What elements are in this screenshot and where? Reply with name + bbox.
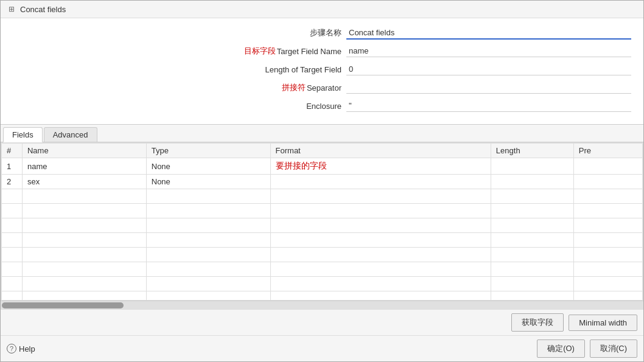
cell-format: 要拼接的字段 xyxy=(270,158,491,175)
step-name-label-group: 步骤名称 xyxy=(13,27,341,38)
tab-container: Fields Advanced xyxy=(1,124,643,142)
help-label: Help xyxy=(19,344,35,353)
step-name-row: 步骤名称 xyxy=(13,26,631,40)
cancel-button[interactable]: 取消(C) xyxy=(590,339,637,358)
length-input[interactable] xyxy=(346,63,631,75)
cell-type: None xyxy=(146,175,270,189)
col-header-name: Name xyxy=(22,144,146,158)
length-label: Length of Target Field xyxy=(265,65,341,74)
table-row-empty xyxy=(2,291,643,301)
col-header-type: Type xyxy=(146,144,270,158)
table-row-empty xyxy=(2,262,643,277)
cell-type: None xyxy=(146,158,270,175)
get-fields-button[interactable]: 获取字段 xyxy=(511,313,564,332)
cell-length xyxy=(491,158,573,175)
cell-length xyxy=(491,175,573,189)
form-section: 步骤名称 目标字段 Target Field Name Length of Ta… xyxy=(1,18,643,122)
horizontal-scrollbar[interactable] xyxy=(1,301,643,309)
tab-fields[interactable]: Fields xyxy=(3,127,43,142)
table-row[interactable]: 1 name None 要拼接的字段 xyxy=(2,158,643,175)
target-field-input[interactable] xyxy=(346,45,631,57)
target-field-label-group: 目标字段 Target Field Name xyxy=(13,46,341,57)
help-button[interactable]: ? Help xyxy=(7,344,35,353)
scrollbar-track xyxy=(2,302,642,308)
separator-label-en: Separator xyxy=(307,83,341,92)
separator-label-group: 拼接符 Separator xyxy=(13,82,341,93)
table-row-empty xyxy=(2,233,643,248)
separator-row: 拼接符 Separator xyxy=(13,80,631,95)
ok-button[interactable]: 确定(O) xyxy=(537,339,585,358)
target-field-label-cn: 目标字段 xyxy=(244,46,276,57)
fields-table: # Name Type Format Length Pre 1 name Non… xyxy=(1,143,643,301)
separator-input[interactable] xyxy=(346,82,631,94)
table-wrapper[interactable]: # Name Type Format Length Pre 1 name Non… xyxy=(1,142,643,301)
action-bar: 获取字段 Minimal width xyxy=(1,309,643,335)
cell-num: 1 xyxy=(2,158,23,175)
enclosure-input[interactable] xyxy=(346,100,631,112)
separator-label-cn: 拼接符 xyxy=(282,82,306,93)
table-row-empty xyxy=(2,189,643,204)
col-header-format: Format xyxy=(270,144,491,158)
footer-bar: ? Help 确定(O) 取消(C) xyxy=(1,335,643,361)
main-window: ⊞ Concat fields 步骤名称 目标字段 Target Field N… xyxy=(0,0,644,362)
cell-name: sex xyxy=(22,175,146,189)
scrollbar-thumb[interactable] xyxy=(2,302,124,308)
col-header-length: Length xyxy=(491,144,573,158)
table-section: # Name Type Format Length Pre 1 name Non… xyxy=(1,142,643,309)
cell-pre xyxy=(573,158,642,175)
minimal-width-button[interactable]: Minimal width xyxy=(569,315,637,331)
target-field-row: 目标字段 Target Field Name xyxy=(13,44,631,58)
enclosure-label-group: Enclosure xyxy=(13,102,341,111)
cell-pre xyxy=(573,175,642,189)
title-bar: ⊞ Concat fields xyxy=(1,1,643,18)
length-label-group: Length of Target Field xyxy=(13,65,341,74)
cell-num: 2 xyxy=(2,175,23,189)
enclosure-label: Enclosure xyxy=(306,102,341,111)
window-icon: ⊞ xyxy=(7,4,16,14)
step-name-input[interactable] xyxy=(346,27,631,40)
table-row-empty xyxy=(2,277,643,291)
col-header-num: # xyxy=(2,144,23,158)
help-icon: ? xyxy=(7,344,16,353)
enclosure-row: Enclosure xyxy=(13,99,631,113)
window-title: Concat fields xyxy=(20,5,66,14)
table-row-empty xyxy=(2,218,643,233)
cell-name: name xyxy=(22,158,146,175)
table-header-row: # Name Type Format Length Pre xyxy=(2,144,643,158)
col-header-pre: Pre xyxy=(573,144,642,158)
footer-buttons: 确定(O) 取消(C) xyxy=(537,339,637,358)
cell-format xyxy=(270,175,491,189)
length-row: Length of Target Field xyxy=(13,62,631,77)
tab-bar: Fields Advanced xyxy=(1,125,643,142)
step-name-label: 步骤名称 xyxy=(310,27,341,38)
table-row[interactable]: 2 sex None xyxy=(2,175,643,189)
table-row-empty xyxy=(2,248,643,262)
target-field-label-en: Target Field Name xyxy=(277,47,341,56)
table-row-empty xyxy=(2,204,643,218)
tab-advanced[interactable]: Advanced xyxy=(44,127,97,142)
